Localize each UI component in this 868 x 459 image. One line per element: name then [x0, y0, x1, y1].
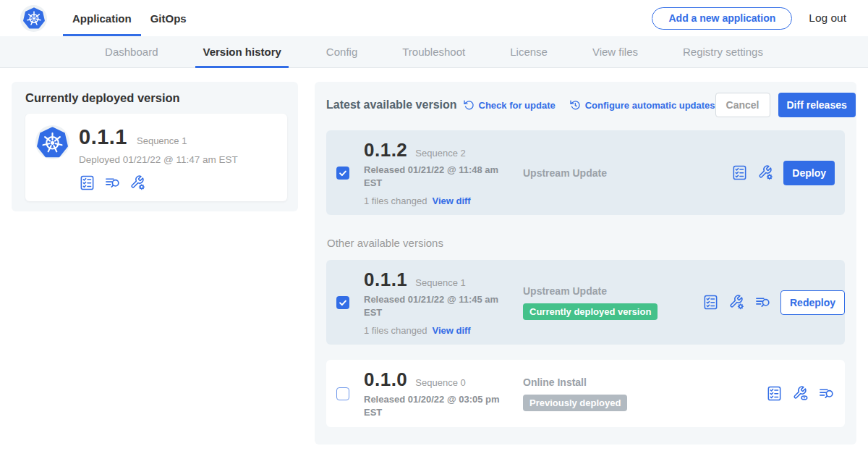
- redeploy-button[interactable]: Redeploy: [780, 290, 845, 315]
- config-gear-icon[interactable]: [757, 164, 774, 181]
- app-icon: [35, 125, 69, 159]
- version-sequence: Sequence 0: [415, 377, 465, 388]
- logs-icon[interactable]: [818, 385, 835, 402]
- deployed-version-number: 0.1.1: [79, 125, 127, 149]
- version-number: 0.1.0: [364, 369, 407, 391]
- version-row-0.1.0: 0.1.0Sequence 0 Released 01/20/22 @ 03:0…: [326, 360, 845, 427]
- cancel-button[interactable]: Cancel: [715, 93, 770, 117]
- version-sequence: Sequence 2: [415, 148, 465, 159]
- logs-icon[interactable]: [754, 294, 771, 311]
- main-content: Currently deployed version 0.1.1 Sequenc…: [0, 68, 868, 445]
- version-row-0.1.2: 0.1.2Sequence 2 Released 01/21/22 @ 11:4…: [326, 130, 845, 215]
- files-changed: 1 files changed: [364, 325, 427, 336]
- version-rows: 0.1.2Sequence 2 Released 01/21/22 @ 11:4…: [326, 130, 845, 427]
- tab-version-history[interactable]: Version history: [195, 36, 288, 67]
- logout-link[interactable]: Log out: [809, 12, 846, 25]
- deployed-icons: [79, 174, 238, 191]
- config-gear-icon[interactable]: [129, 174, 146, 191]
- top-nav-right: Add a new application Log out: [652, 7, 846, 30]
- version-released: Released 01/21/22 @ 11:45 am EST: [364, 293, 501, 319]
- version-sequence: Sequence 1: [415, 277, 465, 288]
- tab-troubleshoot[interactable]: Troubleshoot: [395, 36, 472, 67]
- version-released: Released 01/20/22 @ 03:05 pm EST: [364, 393, 501, 418]
- tab-config[interactable]: Config: [319, 36, 365, 67]
- tab-application[interactable]: Application: [63, 0, 141, 36]
- version-checkbox[interactable]: [336, 296, 349, 309]
- version-source-label: Online Install: [523, 376, 702, 388]
- preflight-icon[interactable]: [79, 174, 95, 191]
- version-released: Released 01/21/22 @ 11:48 am EST: [364, 164, 501, 189]
- view-diff-link[interactable]: View diff: [432, 195, 470, 206]
- deployed-card-title: Currently deployed version: [25, 91, 287, 105]
- latest-available-title: Latest available version: [326, 98, 457, 111]
- kubernetes-logo-icon: [37, 127, 68, 158]
- version-info: 0.1.2Sequence 2 Released 01/21/22 @ 11:4…: [364, 139, 501, 206]
- tab-gitops[interactable]: GitOps: [141, 0, 196, 36]
- files-changed: 1 files changed: [364, 195, 427, 206]
- configure-updates-link[interactable]: Configure automatic updates: [569, 99, 715, 111]
- config-gear-icon[interactable]: [728, 294, 745, 311]
- version-number: 0.1.1: [364, 269, 407, 291]
- kubernetes-logo-icon: [23, 7, 45, 29]
- version-source: Upstream Update Currently deployed versi…: [523, 285, 702, 320]
- version-info: 0.1.1Sequence 1 Released 01/21/22 @ 11:4…: [364, 269, 501, 336]
- deploy-button[interactable]: Deploy: [783, 161, 835, 185]
- version-source-label: Upstream Update: [523, 167, 702, 179]
- subnav-tabs: DashboardVersion historyConfigTroublesho…: [82, 36, 786, 67]
- currently-deployed-card: Currently deployed version 0.1.1 Sequenc…: [12, 82, 298, 211]
- version-status-badge: Previously deployed: [523, 395, 627, 411]
- preflight-icon[interactable]: [702, 294, 719, 311]
- version-history-panel: Latest available version Check for updat…: [315, 82, 856, 445]
- add-application-button[interactable]: Add a new application: [652, 7, 792, 30]
- top-tabs: Application GitOps: [63, 0, 196, 36]
- tab-dashboard[interactable]: Dashboard: [98, 36, 165, 67]
- refresh-icon: [463, 99, 475, 111]
- view-diff-link[interactable]: View diff: [432, 325, 470, 336]
- version-actions: Redeploy: [702, 290, 845, 315]
- deployed-version-card: 0.1.1 Sequence 1 Deployed 01/21/22 @ 11:…: [25, 114, 287, 201]
- version-actions: [766, 385, 835, 402]
- version-number: 0.1.2: [364, 139, 407, 161]
- version-actions: Deploy: [731, 161, 835, 185]
- configure-updates-label: Configure automatic updates: [585, 100, 715, 111]
- tab-registry-settings[interactable]: Registry settings: [676, 36, 770, 67]
- logs-icon[interactable]: [104, 174, 121, 191]
- tab-view-files[interactable]: View files: [585, 36, 645, 67]
- version-source-label: Upstream Update: [523, 285, 702, 297]
- version-source: Upstream Update: [523, 167, 702, 179]
- deployed-version-sequence: Sequence 1: [137, 135, 187, 146]
- version-row-0.1.1: 0.1.1Sequence 1 Released 01/21/22 @ 11:4…: [326, 260, 845, 345]
- version-checkbox[interactable]: [336, 387, 349, 400]
- check-icon: [338, 168, 348, 178]
- tab-license[interactable]: License: [503, 36, 555, 67]
- version-info: 0.1.0Sequence 0 Released 01/20/22 @ 03:0…: [364, 369, 501, 418]
- deployed-date: Deployed 01/21/22 @ 11:47 am EST: [79, 154, 238, 165]
- auto-update-clock-icon: [569, 99, 581, 111]
- version-checkbox[interactable]: [336, 167, 349, 180]
- config-eye-icon[interactable]: [792, 385, 809, 402]
- app-logo: [20, 5, 47, 32]
- preflight-icon[interactable]: [766, 385, 783, 402]
- other-versions-label: Other available versions: [327, 237, 845, 249]
- preflight-icon[interactable]: [731, 164, 748, 181]
- panel-header: Latest available version Check for updat…: [326, 93, 845, 117]
- version-source: Online Install Previously deployed: [523, 376, 702, 411]
- check-for-update-link[interactable]: Check for update: [463, 99, 556, 111]
- check-icon: [338, 298, 348, 308]
- top-nav: Application GitOps Add a new application…: [0, 0, 868, 36]
- version-status-badge: Currently deployed version: [523, 303, 658, 320]
- diff-releases-button[interactable]: Diff releases: [778, 93, 856, 117]
- check-for-update-label: Check for update: [479, 100, 556, 111]
- app-subnav: DashboardVersion historyConfigTroublesho…: [0, 36, 868, 68]
